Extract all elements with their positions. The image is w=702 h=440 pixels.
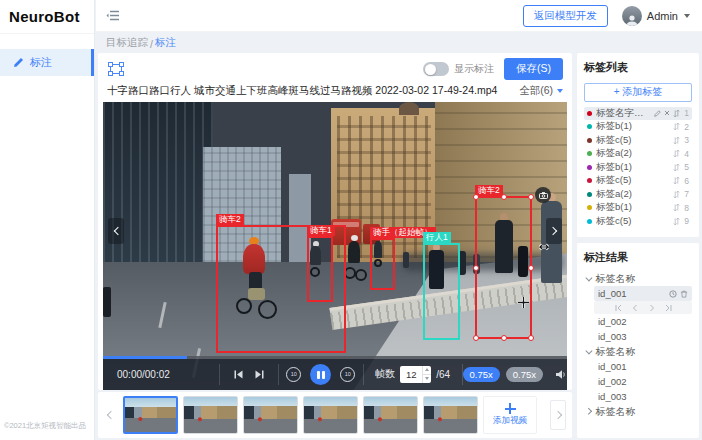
prev-page-icon[interactable] [631,304,639,312]
sidebar-item-annotate[interactable]: 标注 [0,49,94,76]
resize-handle[interactable] [473,265,479,271]
video-thumbnail[interactable] [423,396,478,434]
video-thumbnail[interactable] [303,396,358,434]
add-video-button[interactable]: 添加视频 [483,396,537,434]
group-name: 标签名称 [596,272,636,286]
next-frame-button[interactable] [254,369,265,380]
trash-icon[interactable] [680,290,688,298]
rect-select-tool[interactable] [107,61,125,77]
bbox-rider-startframe[interactable]: 骑手（起始帧） [370,238,395,290]
result-group-header[interactable]: 标签名称 [584,404,692,419]
bbox-pedestrian1[interactable]: 行人1 [423,243,460,340]
bbox-cyclist2-selected[interactable]: 骑车2 [475,196,532,339]
label-row[interactable]: 标签a(2) 7 [584,188,692,202]
label-row[interactable]: 标签a(2) 4 [584,147,692,161]
video-thumbnail[interactable] [123,396,178,434]
resize-handle[interactable] [528,194,534,200]
snapshot-camera-button[interactable] [535,187,551,203]
sort-icon[interactable] [673,122,680,131]
result-item[interactable]: id_001 [594,359,692,374]
delete-label-icon[interactable] [664,110,670,116]
breadcrumb-parent[interactable]: 目标追踪 [106,36,148,50]
next-page-icon[interactable] [648,304,656,312]
video-player[interactable]: 骑车2 骑车1 骑手（起始帧） 行人1 骑车2 [103,102,567,390]
first-page-icon[interactable] [614,304,622,312]
add-video-label: 添加视频 [493,415,527,427]
video-thumbnail[interactable] [183,396,238,434]
frame-input[interactable]: 12 [400,366,431,383]
resize-handle[interactable] [473,335,479,341]
resize-handle[interactable] [501,194,507,200]
filmstrip-next[interactable] [550,400,566,430]
label-row[interactable]: 标签名字最长数... 1 [584,107,692,121]
history-clock-icon[interactable] [669,290,677,298]
pause-button[interactable] [310,364,331,385]
result-item[interactable]: id_002 [594,374,692,389]
label-order: 9 [684,216,689,226]
sort-icon[interactable] [673,136,680,145]
spinner-up[interactable] [423,366,431,374]
sort-icon[interactable] [673,190,680,199]
video-thumbnail[interactable] [363,396,418,434]
cyclist-figure [348,241,360,263]
label-row[interactable]: 标签c(5) 3 [584,134,692,148]
move-cursor-icon [517,296,530,309]
app-logo: NeuroBot [0,0,94,34]
label-row[interactable]: 标签c(5) 6 [584,174,692,188]
back-to-model-dev-button[interactable]: 返回模型开发 [523,5,608,27]
annotation-card: 显示标注 保存(S) 十字路口路口行人 城市交通上下班高峰斑马线过马路视频 20… [98,53,572,390]
result-item[interactable]: id_003 [594,389,692,404]
video-title: 十字路口路口行人 城市交通上下班高峰斑马线过马路视频 2022-03-02 17… [107,84,513,98]
result-item[interactable]: id_002 [594,314,692,329]
group-name: 标签名称 [596,345,636,359]
resize-handle[interactable] [528,265,534,271]
pedestrian-figure [103,287,111,317]
edit-label-icon[interactable] [654,110,661,117]
prev-frame-button[interactable] [233,369,244,380]
speed-pill-inactive[interactable]: 0.75x [506,367,543,382]
result-group-header[interactable]: 标签名称 [584,271,692,286]
label-row[interactable]: 标签b(1) 8 [584,201,692,215]
show-annotations-toggle[interactable] [423,62,449,76]
volume-icon[interactable] [555,369,567,380]
progress-bar[interactable] [103,356,567,359]
sort-icon[interactable] [673,149,680,158]
user-menu[interactable]: Admin [622,6,690,26]
sidebar-item-label: 标注 [30,55,52,70]
last-page-icon[interactable] [665,304,673,312]
frame-count-label: 帧数 [375,367,395,381]
frame-pager [594,301,692,314]
sort-icon[interactable] [673,176,680,185]
filter-dropdown[interactable]: 全部(6) [519,84,563,98]
next-video-nav[interactable] [546,218,562,244]
filmstrip-prev[interactable] [104,400,118,430]
add-label-button[interactable]: + 添加标签 [584,83,692,102]
video-thumbnail[interactable] [243,396,298,434]
result-item[interactable]: id_001 [594,286,692,301]
rewind-10-button[interactable]: 10 [286,367,301,382]
label-row[interactable]: 标签b(1) 2 [584,120,692,134]
sort-icon[interactable] [673,217,680,226]
resize-handle[interactable] [501,335,507,341]
label-order: 4 [684,149,689,159]
bbox-cyclist1[interactable]: 骑车1 [307,236,333,302]
sort-icon[interactable] [673,109,680,118]
speed-pill-active[interactable]: 0.75x [463,367,500,382]
label-row[interactable]: 标签b(1) 5 [584,161,692,175]
label-name: 标签b(1) [596,120,669,133]
label-color-dot [587,192,592,197]
label-row[interactable]: 标签c(5) 9 [584,215,692,229]
spinner-down[interactable] [423,374,431,383]
save-button[interactable]: 保存(S) [504,58,563,80]
sidebar-collapse-icon[interactable] [106,9,120,22]
result-item[interactable]: id_003 [594,329,692,344]
frame-input-value[interactable]: 12 [400,366,422,383]
avatar [622,6,642,26]
sort-icon[interactable] [673,203,680,212]
resize-handle[interactable] [528,335,534,341]
result-group-header[interactable]: 标签名称 [584,344,692,359]
forward-10-button[interactable]: 10 [340,367,355,382]
sort-icon[interactable] [673,163,680,172]
prev-video-nav[interactable] [108,218,124,244]
resize-handle[interactable] [473,194,479,200]
